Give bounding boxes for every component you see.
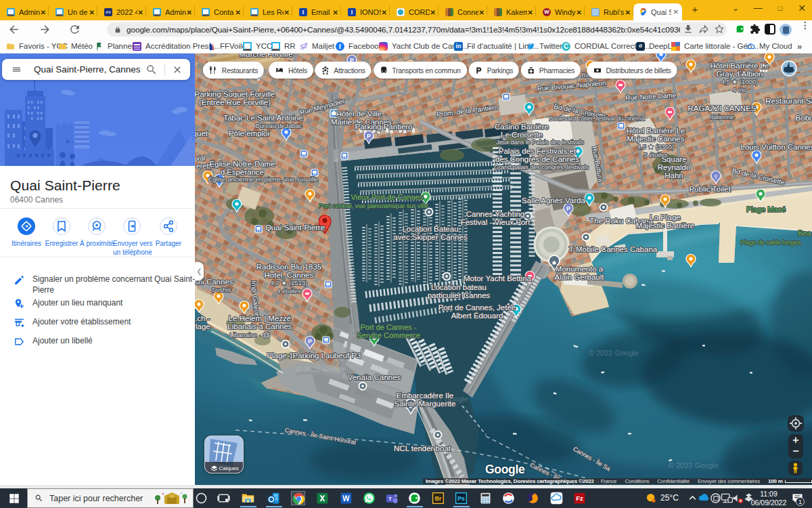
svg-text:Parking Pantiero: Parking Pantiero: [355, 123, 412, 131]
svg-text:4,7 ★ (1513): 4,7 ★ (1513): [271, 279, 307, 287]
svg-text:Bea: Bea: [798, 229, 811, 237]
svg-text:Palais des Festivals et: Palais des Festivals et: [499, 147, 577, 155]
svg-text:Casino Barrière: Casino Barrière: [495, 123, 549, 131]
svg-text:Hôtel Barrière Le: Hôtel Barrière Le: [627, 127, 685, 135]
svg-text:Restaurant Sa: Restaurant Sa: [765, 97, 812, 105]
svg-text:T-Mobile Cannes Cabana: T-Mobile Cannes Cabana: [569, 245, 658, 253]
svg-text:La Plage: La Plage: [650, 213, 680, 221]
svg-text:Bureau de tabac: Bureau de tabac: [255, 122, 302, 129]
svg-text:Jeux dans le Palais des festiv: Jeux dans le Palais des festivals: [496, 139, 584, 146]
svg-text:Service Commerce: Service Commerce: [357, 331, 420, 339]
svg-text:Alain Gerbault: Alain Gerbault: [555, 273, 605, 281]
svg-text:...quet: ...quet: [195, 129, 208, 137]
svg-text:Louis Vuitton Cannes: Louis Vuitton Cannes: [741, 143, 812, 151]
svg-text:Libanais à Cannes: Libanais à Cannes: [227, 322, 292, 331]
svg-text:Sushis: Sushis: [212, 286, 231, 293]
svg-text:Marché Forville: Marché Forville: [240, 54, 293, 58]
svg-text:P: P: [367, 133, 371, 140]
svg-text:Hôtel de Ville -: Hôtel de Ville -: [336, 110, 387, 118]
svg-text:Parking Laubeuf P3: Parking Laubeuf P3: [292, 352, 361, 360]
svg-text:Port de Cannes, Jetée: Port de Cannes, Jetée: [438, 303, 516, 312]
svg-text:Le Croisette: Le Croisette: [501, 131, 543, 139]
svg-text:© 2022 Google: © 2022 Google: [296, 365, 346, 373]
svg-text:Venaïa Cannes: Venaïa Cannes: [348, 373, 401, 381]
svg-text:RAGAZZI CANNES: RAGAZZI CANNES: [688, 104, 757, 112]
svg-text:Cannes Yachting: Cannes Yachting: [466, 210, 525, 218]
svg-text:4,5 ★ (1000): 4,5 ★ (1000): [721, 78, 758, 85]
svg-text:Quai Saint-Pierre: Quai Saint-Pierre: [265, 224, 325, 232]
svg-text:Albert Édouard: Albert Édouard: [451, 312, 503, 320]
svg-text:Majestic Cannes: Majestic Cannes: [627, 135, 684, 143]
svg-text:Embarcadère Ile: Embarcadère Ile: [397, 391, 453, 400]
svg-text:T: T: [388, 496, 392, 502]
svg-text:4 éto: 4 éto: [732, 86, 746, 93]
svg-text:avec Skipper Cannes: avec Skipper Cannes: [393, 233, 468, 241]
svg-text:Port de Cannes -: Port de Cannes -: [360, 323, 416, 331]
svg-text:Parking Suquet Forville: Parking Suquet Forville: [195, 90, 275, 98]
svg-text:Square: Square: [661, 155, 686, 163]
svg-text:Le Helem | Mezzé: Le Helem | Mezzé: [229, 314, 291, 322]
svg-text:Gray d’Albion: Gray d’Albion: [716, 70, 763, 78]
svg-text:(Entrée Rue Forville): (Entrée Rue Forville): [199, 98, 271, 106]
svg-text:Ps: Ps: [457, 495, 465, 502]
svg-text:Plage Macé: Plage Macé: [746, 205, 786, 213]
svg-text:Hahn: Hahn: [664, 171, 683, 179]
svg-text:Bobo: Bobo: [796, 114, 812, 122]
svg-text:© 2022 Google: © 2022 Google: [589, 349, 639, 357]
svg-text:Église ancienne en pierre, vue: Église ancienne en pierre, vue sur ville: [208, 175, 319, 183]
svg-text:P: P: [308, 338, 312, 345]
svg-text:Boulevard côtier, festival du: Boulevard côtier, festival du cinéma: [549, 115, 645, 122]
svg-text:Location Bateau: Location Bateau: [402, 225, 458, 233]
svg-text:Location bateau: Location bateau: [431, 283, 487, 291]
svg-text:Sainte Marguerite: Sainte Marguerite: [394, 400, 456, 408]
svg-text:© 2022 Google: © 2022 Google: [669, 461, 719, 469]
svg-text:Hotel, Cannes: Hotel, Cannes: [265, 271, 314, 279]
svg-text:Festival - Vieux Port: Festival - Vieux Port: [461, 218, 531, 226]
svg-text:P: P: [566, 205, 570, 212]
svg-text:des Congrès de Cannes: des Congrès de Cannes: [495, 155, 579, 163]
svg-text:Br: Br: [435, 495, 442, 502]
svg-text:Motor Yacht Bettina: Motor Yacht Bettina: [464, 274, 532, 282]
svg-text:Port central, vue panoramique: Port central, vue panoramique sur ville: [319, 202, 428, 209]
svg-text:Église Notre-Dame: Église Notre-Dame: [209, 160, 275, 168]
svg-text:Fz: Fz: [576, 494, 583, 502]
svg-text:val: val: [196, 154, 205, 162]
svg-text:particulier Cannes: particulier Cannes: [428, 291, 491, 299]
svg-text:Italienne: Italienne: [710, 113, 734, 121]
svg-text:Monumento a: Monumento a: [556, 265, 604, 273]
svg-text:Calques: Calques: [219, 465, 239, 471]
svg-text:Libanaise · $$: Libanaise · $$: [229, 331, 270, 339]
svg-text:Reynaldo: Reynaldo: [658, 163, 691, 171]
svg-text:Grand palais des congrès, fest: Grand palais des congrès, festivals: [494, 164, 589, 171]
svg-text:Tabac Le Saint Antoine: Tabac Le Saint Antoine: [223, 114, 303, 122]
svg-text:⚲: ⚲: [714, 174, 717, 179]
svg-text:Hôtel Barrière Le: Hôtel Barrière Le: [710, 62, 769, 70]
svg-text:Public Toilet: Public Toilet: [689, 185, 731, 193]
svg-text:Vieux Port de Cannes: Vieux Port de Cannes: [351, 193, 424, 201]
svg-text:Plage de sable longea: Plage de sable longea: [740, 239, 800, 246]
svg-text:Pôle emploi: Pôle emploi: [229, 129, 269, 137]
svg-text:4 étoiles: 4 étoiles: [277, 287, 301, 295]
svg-text:Radisson Blu 1835: Radisson Blu 1835: [256, 263, 322, 271]
svg-text:NCL tender boat: NCL tender boat: [394, 444, 451, 452]
svg-text:Majestic Barrière: Majestic Barrière: [636, 221, 694, 230]
svg-text:Salle Agnès Varda: Salle Agnès Varda: [522, 196, 585, 205]
svg-text:4,5 ★ (3360): 4,5 ★ (3360): [637, 143, 674, 150]
